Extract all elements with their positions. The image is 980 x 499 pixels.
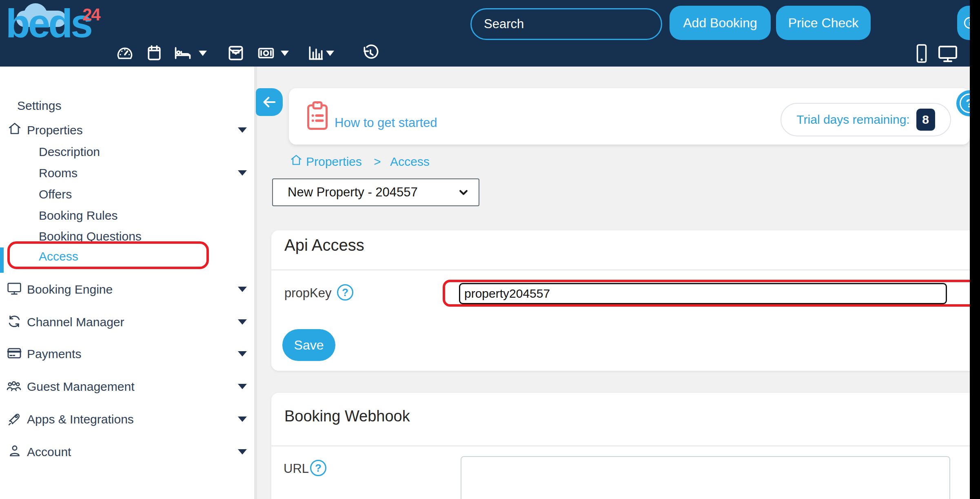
property-select[interactable]: New Property - 204557 [272, 178, 479, 206]
search-container [470, 8, 662, 40]
propkey-input[interactable] [459, 283, 947, 304]
users-group-icon [5, 378, 22, 394]
trial-days-label: Trial days remaining: [796, 113, 909, 127]
sidebar-title: Settings [17, 99, 61, 113]
sidebar-item-offers[interactable]: Offers [39, 187, 72, 201]
price-check-button[interactable]: Price Check [776, 6, 871, 40]
chevron-down-icon[interactable] [238, 384, 247, 389]
dashboard-speedometer-icon[interactable] [115, 43, 135, 63]
chevron-down-icon[interactable] [238, 170, 247, 176]
beds24-settings-page: beds 24 [0, 0, 980, 499]
settings-sidebar: Settings Properties Description Rooms Of… [0, 67, 254, 499]
sidebar-item-rooms[interactable]: Rooms [39, 166, 78, 180]
breadcrumb-separator: > [374, 155, 381, 169]
desktop-view-icon[interactable] [937, 44, 959, 64]
clipboard-checklist-icon [305, 100, 330, 131]
collapse-sidebar-button[interactable] [256, 88, 283, 116]
sidebar-item-booking-rules[interactable]: Booking Rules [39, 209, 118, 223]
url-help-icon[interactable]: ? [310, 460, 326, 476]
booking-webhook-title: Booking Webhook [284, 408, 410, 425]
sidebar-item-channel-manager[interactable]: Channel Manager [27, 315, 124, 329]
chevron-down-icon[interactable] [238, 417, 247, 422]
chevron-down-icon[interactable] [238, 127, 247, 133]
breadcrumb-access[interactable]: Access [390, 155, 430, 169]
credit-card-icon [7, 345, 22, 361]
rocket-icon [7, 411, 22, 426]
card-divider [271, 270, 980, 270]
payments-money-icon[interactable] [256, 43, 276, 63]
inbox-mail-icon[interactable] [226, 43, 246, 63]
trial-days-badge: 8 [916, 109, 935, 131]
breadcrumb-home-icon[interactable] [290, 154, 303, 167]
logo-24-badge: 24 [82, 5, 100, 25]
chevron-down-icon[interactable] [238, 287, 247, 292]
calendar-icon[interactable] [144, 43, 164, 63]
how-to-get-started-link[interactable]: How to get started [335, 116, 437, 130]
person-icon [7, 443, 22, 458]
webhook-url-input[interactable] [461, 456, 950, 499]
rooms-bed-icon[interactable] [173, 43, 193, 63]
annotation-red-box-access [7, 241, 209, 269]
sidebar-item-payments[interactable]: Payments [27, 347, 81, 361]
monitor-icon [7, 281, 22, 296]
home-icon [7, 121, 22, 136]
add-booking-button[interactable]: Add Booking [670, 6, 771, 40]
chevron-down-icon[interactable] [238, 319, 247, 325]
reports-chart-icon[interactable] [306, 43, 326, 63]
top-navbar: beds 24 [0, 0, 980, 67]
mobile-view-icon[interactable] [913, 42, 930, 65]
active-item-indicator-bar [0, 247, 4, 273]
payments-dropdown-chevron-icon[interactable] [281, 51, 289, 56]
chevron-down-icon [457, 185, 470, 199]
card-divider [271, 446, 980, 446]
screen-edge-black-strip [970, 0, 980, 499]
propkey-help-icon[interactable]: ? [337, 284, 353, 301]
sidebar-item-description[interactable]: Description [39, 145, 100, 159]
breadcrumb-properties[interactable]: Properties [306, 155, 362, 169]
reports-dropdown-chevron-icon[interactable] [326, 51, 334, 56]
sidebar-item-guest-management[interactable]: Guest Management [27, 380, 134, 394]
beds24-logo[interactable]: beds 24 [6, 2, 104, 56]
sidebar-item-apps-integrations[interactable]: Apps & Integrations [27, 412, 134, 426]
sidebar-content-divider [254, 67, 257, 499]
sidebar-item-properties[interactable]: Properties [27, 123, 83, 137]
sidebar-item-account[interactable]: Account [27, 445, 71, 459]
chevron-down-icon[interactable] [238, 449, 247, 454]
property-select-value: New Property - 204557 [288, 185, 418, 200]
api-access-title: Api Access [284, 236, 364, 254]
rooms-dropdown-chevron-icon[interactable] [199, 51, 207, 56]
logo-text: beds [6, 0, 91, 50]
trial-days-pill: Trial days remaining: 8 [780, 103, 951, 136]
sync-icon [7, 314, 22, 329]
propkey-label: propKey [284, 286, 331, 301]
url-label: URL [284, 461, 309, 476]
search-input[interactable] [470, 8, 662, 40]
arrow-left-icon [261, 94, 277, 110]
history-icon[interactable] [361, 43, 380, 63]
save-button[interactable]: Save [282, 329, 335, 361]
sidebar-item-booking-engine[interactable]: Booking Engine [27, 283, 113, 296]
chevron-down-icon[interactable] [238, 351, 247, 356]
